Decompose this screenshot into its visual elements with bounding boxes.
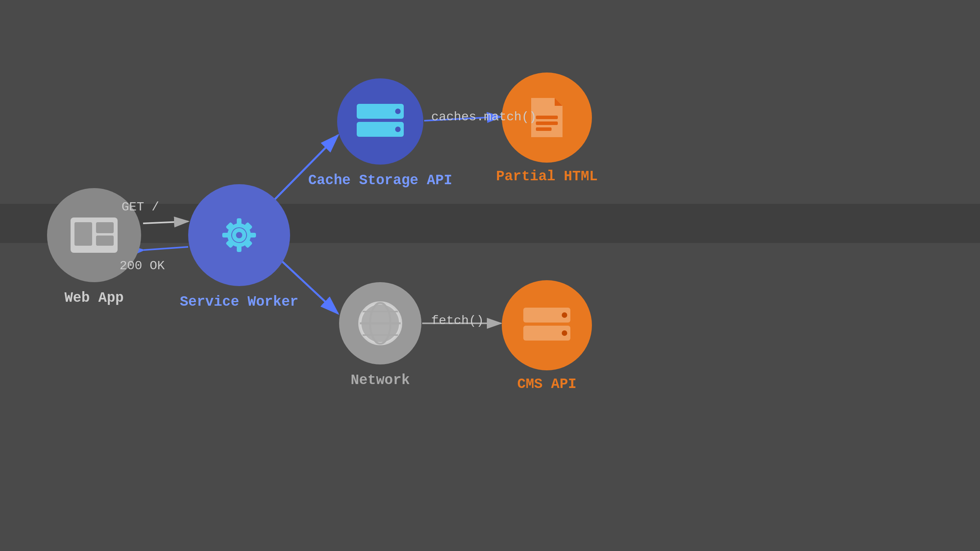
- service-worker-label: Service Worker: [153, 294, 325, 310]
- svg-rect-10: [237, 245, 241, 252]
- svg-rect-11: [222, 233, 229, 237]
- caches-match-label: caches.match(): [431, 110, 537, 124]
- svg-rect-5: [96, 222, 114, 233]
- svg-rect-6: [96, 236, 114, 246]
- get-arrow: [143, 221, 188, 223]
- database-icon: [353, 100, 408, 143]
- diagram: Web App Service Worker Cache Storage API…: [0, 0, 980, 551]
- ok-arrow: [144, 247, 188, 250]
- svg-rect-27: [536, 116, 558, 119]
- cms-api-label: CMS API: [470, 376, 623, 392]
- svg-rect-12: [249, 233, 256, 237]
- cms-api-circle: [502, 280, 592, 370]
- svg-point-8: [236, 232, 242, 238]
- svg-rect-28: [536, 121, 558, 125]
- svg-rect-4: [74, 222, 92, 246]
- svg-point-18: [395, 109, 401, 114]
- cache-storage-label: Cache Storage API: [298, 172, 463, 188]
- svg-rect-29: [536, 127, 552, 131]
- webapp-icon: [67, 214, 122, 257]
- network-label: Network: [306, 372, 455, 388]
- get-label: GET /: [122, 200, 159, 214]
- webapp-label: Web App: [24, 290, 165, 306]
- partial-html-label: Partial HTML: [463, 169, 631, 185]
- globe-icon: [355, 298, 406, 349]
- arrows-layer: [0, 0, 980, 551]
- service-worker-circle: [188, 184, 290, 286]
- ok-label: 200 OK: [120, 259, 165, 273]
- svg-rect-9: [237, 218, 241, 225]
- svg-point-33: [562, 330, 567, 336]
- sw-to-cache-arrow: [267, 135, 338, 208]
- network-circle: [339, 282, 421, 364]
- gear-icon: [214, 210, 265, 261]
- fetch-label: fetch(): [431, 314, 484, 328]
- svg-point-31: [562, 312, 567, 318]
- cms-database-icon: [519, 304, 574, 347]
- svg-point-20: [395, 127, 401, 132]
- cache-circle: [337, 78, 423, 165]
